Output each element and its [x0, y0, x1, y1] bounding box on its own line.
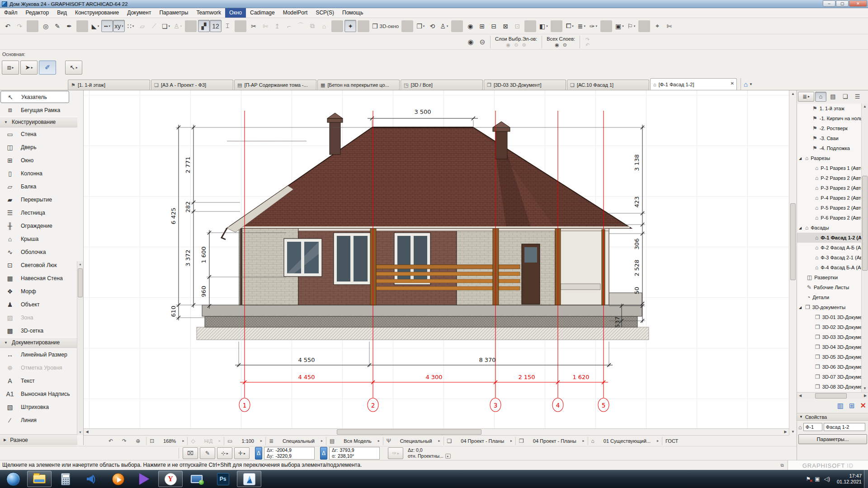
toolbar-button[interactable]: ✄ [259, 20, 271, 32]
menu-item[interactable]: ModelPort [279, 8, 312, 18]
tree-item[interactable]: ⌂ Ф-4 Фасад Б-А (Авто [797, 263, 862, 272]
view-map-button[interactable]: ▤ [827, 92, 839, 102]
tree-item[interactable]: ❐ 3D-07 3D-Документ [797, 372, 862, 382]
toolbar-button[interactable]: ✑ [587, 20, 599, 32]
tree-vertical-scrollbar[interactable]: ▲ ▼ [861, 103, 868, 392]
drawing-canvas[interactable]: 3 5002 7712823 3726 4256101 6009603 1384… [84, 90, 789, 435]
quick-option[interactable]: 168% [160, 436, 187, 446]
document-tab[interactable]: ▤ [П-АР Содержание тома -... ✕ [234, 80, 316, 90]
scroll-right-icon[interactable]: ▶ [862, 393, 868, 399]
toolbar-button[interactable]: ⊟ [488, 20, 500, 32]
toolbox-item[interactable]: ∕ Линия [0, 413, 83, 427]
toolbar-button[interactable]: ✦ [344, 20, 356, 32]
toolbar-button[interactable] [27, 20, 38, 32]
toolbar-button[interactable]: 12 [210, 20, 222, 32]
view-settings-icon[interactable]: ▥ [837, 402, 844, 410]
tree-item[interactable]: ✎ Рабочие Листы [797, 282, 862, 292]
taskbar-app-button[interactable] [1, 471, 25, 487]
toolbar-button[interactable]: ▞ [198, 20, 210, 32]
settings-button[interactable]: Параметры... [798, 434, 867, 444]
menu-item[interactable]: Вид [53, 8, 71, 18]
scrollbar-thumb[interactable] [815, 393, 847, 399]
title-bar[interactable]: Дом Жукова 24 - GRAPHISOFT ARCHICAD-64 2… [0, 0, 868, 8]
menu-item[interactable]: SCP(S) [311, 8, 338, 18]
tree-expander-icon[interactable]: ◢ [799, 156, 803, 160]
toolbar-button[interactable]: ❒ 3D-окно [371, 20, 400, 32]
toolbox-item[interactable]: A1 Выносная Надпись [0, 387, 83, 400]
quick-option[interactable]: ❐ [516, 436, 530, 446]
axis-bubble[interactable]: 1 [239, 398, 250, 412]
tree-item[interactable]: ⚑ -1. Кирпич на ноль [797, 113, 862, 123]
dimension-label[interactable]: 2 771 [184, 156, 191, 173]
tracker-button[interactable]: ⌧ [183, 447, 198, 459]
window-control-button[interactable]: – [823, 0, 835, 7]
toolbox-item[interactable]: ⊕ Отметка Уровня [0, 361, 83, 374]
scroll-down-icon[interactable]: ▼ [862, 385, 868, 392]
tree-item[interactable]: ⌂ Р-6 Разрез 2 (Автом [797, 213, 862, 223]
arrow-tool-button[interactable]: ⧈ [2, 61, 19, 75]
graphisoft-id-badge[interactable]: GRAPHISOFT ID [788, 460, 868, 470]
toolbox-item[interactable]: ⊡ Световой Люк [0, 258, 83, 272]
scroll-up-icon[interactable]: ▲ [789, 90, 797, 97]
window-control-button[interactable]: ▢ [836, 0, 849, 7]
toolbar-button[interactable] [551, 20, 562, 32]
z-lock-button[interactable]: ✑ [388, 447, 403, 459]
toolbox-item[interactable]: ☰ Лестница [0, 206, 83, 219]
tree-item[interactable]: ◢ ❐ 3D-документы [797, 302, 862, 312]
toolbar-button[interactable]: ⌐ [283, 20, 295, 32]
close-panel-icon[interactable]: ✕ [860, 401, 866, 410]
quick-option[interactable]: Ψ [383, 436, 397, 446]
toolbar-button[interactable] [638, 20, 650, 32]
document-tab[interactable]: ⚑ [1. 1-й этаж] ✕ [68, 80, 150, 90]
toolbar-button[interactable]: ⧉ [307, 20, 318, 32]
tree-expander-icon[interactable]: ◢ [799, 305, 803, 310]
tree-item[interactable]: ⌂ Ф-3 Фасад 2-1 (Авто [797, 253, 862, 263]
taskbar-app-button[interactable] [80, 471, 104, 487]
tree-item[interactable]: ◢ ⌂ Разрезы [797, 153, 862, 163]
xy-coordinates[interactable]: Δx:-2004,9 Δy:-3220,9 [264, 447, 315, 460]
toolbox-item[interactable]: ♟ Объект [0, 298, 83, 311]
arrow-tool-button[interactable]: ↖ [65, 61, 82, 75]
toolbar-button[interactable]: ◉ [464, 20, 476, 32]
toolbar-button[interactable]: ⌒ [295, 20, 307, 32]
toolbox-item[interactable]: ↖ Указатель [0, 91, 69, 103]
toolbar-button[interactable]: ⟲ [426, 20, 438, 32]
toolbar-button[interactable]: ⟋ [148, 20, 160, 32]
document-tab[interactable]: ⌂ [Ф-1 Фасад 1-2] ✕ [650, 78, 737, 90]
dimension-label[interactable]: 1 600 [200, 246, 207, 263]
toolbox-item[interactable]: ▼ Конструирование [0, 117, 77, 127]
menu-item[interactable]: Редактор [22, 8, 53, 18]
tree-item[interactable]: ⌂ Р-4 Разрез 2 (Автом [797, 193, 862, 203]
tree-item[interactable]: ◢ ⌂ Фасады [797, 223, 862, 233]
tree-item[interactable]: ⌂ Ф-2 Фасад А-Б (Авто [797, 243, 862, 253]
tree-item[interactable]: ◔ Детали [797, 292, 862, 302]
tree-item[interactable]: ⚑ -2. Ростверк [797, 123, 862, 133]
dimension-label[interactable]: 1 620 [572, 374, 589, 380]
taskbar-app-button[interactable] [106, 471, 130, 487]
tab-picker[interactable]: ⌂ ▼ [741, 78, 755, 90]
tray-icon[interactable]: ◁) [824, 476, 830, 482]
toolbar-button[interactable]: ◣ [90, 20, 101, 32]
toolbar-button[interactable]: ❒ [415, 20, 426, 32]
quick-option[interactable]: ≣ [266, 436, 279, 446]
scrollbar-thumb[interactable] [862, 176, 868, 271]
tree-item[interactable]: ❐ 3D-03 3D-Документ [797, 332, 862, 342]
tracker-button[interactable]: ✎ [200, 447, 215, 459]
quick-option[interactable]: Н/Д [201, 436, 224, 446]
menu-item[interactable]: Окно [225, 8, 246, 18]
toolbox-item[interactable]: ⧈ Бегущая Рамка [0, 103, 83, 117]
tracker-button[interactable]: ⊹ [217, 447, 232, 459]
quick-option[interactable]: ▤ [326, 436, 340, 446]
quick-option[interactable]: ГОСТ [662, 436, 681, 446]
toolbar-button[interactable]: ♙ [438, 20, 450, 32]
toolbox-item[interactable]: ▼ Документирование [0, 337, 77, 348]
tree-expander-icon[interactable]: ◢ [799, 226, 803, 230]
quick-option[interactable]: Специальный [279, 436, 326, 446]
toolbox-group-misc[interactable]: ▶ Разное [0, 434, 77, 445]
toolbar-button[interactable] [358, 20, 369, 32]
tree-item[interactable]: ◫ Развертки [797, 272, 862, 282]
toolbox-item[interactable]: ▯ Колонна [0, 167, 83, 180]
tree-item[interactable]: ⚑ 1. 1-й этаж [797, 103, 862, 113]
scrollbar-thumb[interactable] [790, 203, 796, 280]
toolbar-button[interactable]: ⚐ [625, 20, 637, 32]
